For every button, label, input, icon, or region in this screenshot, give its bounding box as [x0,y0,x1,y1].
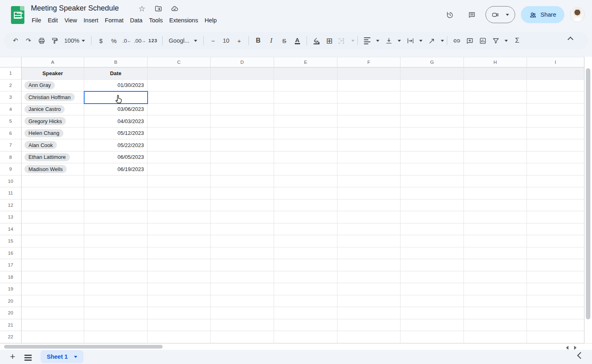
scroll-right-arrow-icon[interactable] [574,346,577,350]
horizontal-align-caret-icon[interactable] [376,40,379,42]
cell-B20[interactable] [84,307,148,319]
cell-B19[interactable] [84,283,148,295]
cell-C19[interactable] [148,283,211,295]
cell-H3[interactable] [464,91,527,104]
cell-H5[interactable] [464,115,527,128]
cell-C15[interactable] [148,235,211,247]
menu-insert[interactable]: Insert [81,15,102,25]
row-header-14-13[interactable]: 14 [0,223,22,236]
cell-E4[interactable] [274,104,337,116]
cell-C1[interactable] [148,67,211,80]
cell-D16[interactable] [211,247,274,260]
functions-icon[interactable]: Σ [511,35,523,47]
row-header-19-18[interactable]: 19 [0,283,22,295]
row-header-7-6[interactable]: 7 [0,139,22,152]
cell-B2[interactable]: 01/30/2023 [84,80,148,92]
row-header-15-14[interactable]: 15 [0,235,22,247]
cell-G11[interactable] [400,187,464,199]
filter-icon[interactable] [490,35,502,47]
cell-I6[interactable] [527,128,584,140]
cell-B1[interactable]: Date [84,67,148,80]
cell-H17[interactable] [464,259,527,271]
cell-A16[interactable] [22,247,84,260]
cell-C3[interactable] [148,91,211,104]
cell-I7[interactable] [527,139,584,152]
cell-B7[interactable]: 05/22/2023 [84,139,148,152]
insert-chart-icon[interactable] [477,35,489,47]
add-sheet-button[interactable]: + [7,351,19,363]
cell-F3[interactable] [337,91,400,104]
cell-D22[interactable] [211,331,274,343]
menu-help[interactable]: Help [201,15,220,25]
sheet-tab-caret-icon[interactable] [74,356,77,358]
cell-B11[interactable] [84,187,148,199]
cell-D18[interactable] [211,271,274,284]
cell-I14[interactable] [527,223,584,236]
more-formats-icon[interactable]: 123 [147,35,159,47]
cell-C14[interactable] [148,223,211,236]
cell-A4[interactable]: Janice Castro [22,104,84,116]
cell-B14[interactable] [84,223,148,236]
row-header-20-20[interactable]: 20 [0,307,22,319]
cell-F19[interactable] [337,283,400,295]
cell-H2[interactable] [464,80,527,92]
cell-A12[interactable] [22,199,84,212]
text-rotation-caret-icon[interactable] [441,40,444,42]
person-chip-9[interactable]: Madison Wells [24,165,67,173]
cell-F6[interactable] [337,128,400,140]
cell-H9[interactable] [464,163,527,176]
cell-G18[interactable] [400,271,464,284]
column-header-F[interactable]: F [337,57,400,67]
text-wrap-icon[interactable] [404,35,416,47]
cell-G20[interactable] [400,295,464,308]
cell-C18[interactable] [148,271,211,284]
meet-video-button[interactable] [485,6,515,23]
menu-view[interactable]: View [61,15,80,25]
horizontal-scrollbar-thumb[interactable] [4,345,163,349]
cell-G4[interactable] [400,104,464,116]
cell-I22[interactable] [527,331,584,343]
cell-C12[interactable] [148,199,211,212]
cell-E14[interactable] [274,223,337,236]
cell-F1[interactable] [337,67,400,80]
cell-H7[interactable] [464,139,527,152]
cell-H16[interactable] [464,247,527,260]
cell-F10[interactable] [337,176,400,188]
menu-tools[interactable]: Tools [146,15,166,25]
cell-D13[interactable] [211,211,274,223]
cell-E16[interactable] [274,247,337,260]
cell-H14[interactable] [464,223,527,236]
cell-I1[interactable] [527,67,584,80]
cell-A2[interactable]: Ann Gray [22,80,84,92]
format-currency-icon[interactable]: $ [95,35,107,47]
cell-E13[interactable] [274,211,337,223]
cell-F16[interactable] [337,247,400,260]
cell-G21[interactable] [400,319,464,332]
cell-F15[interactable] [337,235,400,247]
cell-I21[interactable] [527,319,584,332]
cloud-saved-icon[interactable] [170,4,179,13]
row-header-3-2[interactable]: 3 [0,91,22,104]
cell-E20[interactable] [274,307,337,319]
column-header-D[interactable]: D [211,57,274,67]
cell-A7[interactable]: Alan Cook [22,139,84,152]
cell-C20[interactable] [148,307,211,319]
cell-F2[interactable] [337,80,400,92]
scroll-left-arrow-icon[interactable] [566,346,568,350]
row-header-1-0[interactable]: 1 [0,67,22,80]
italic-icon[interactable]: I [265,35,277,47]
cell-G15[interactable] [400,235,464,247]
column-header-I[interactable]: I [527,57,584,67]
cell-H1[interactable] [464,67,527,80]
cell-G10[interactable] [400,176,464,188]
cell-G14[interactable] [400,223,464,236]
cell-H15[interactable] [464,235,527,247]
column-header-C[interactable]: C [148,57,211,67]
cell-G16[interactable] [400,247,464,260]
document-title[interactable]: Meeting Speaker Schedule [31,4,119,13]
cell-A19[interactable] [22,283,84,295]
cell-A14[interactable] [22,223,84,236]
cell-A20[interactable] [22,295,84,308]
cell-E9[interactable] [274,163,337,176]
sheets-logo-icon[interactable] [11,6,24,24]
